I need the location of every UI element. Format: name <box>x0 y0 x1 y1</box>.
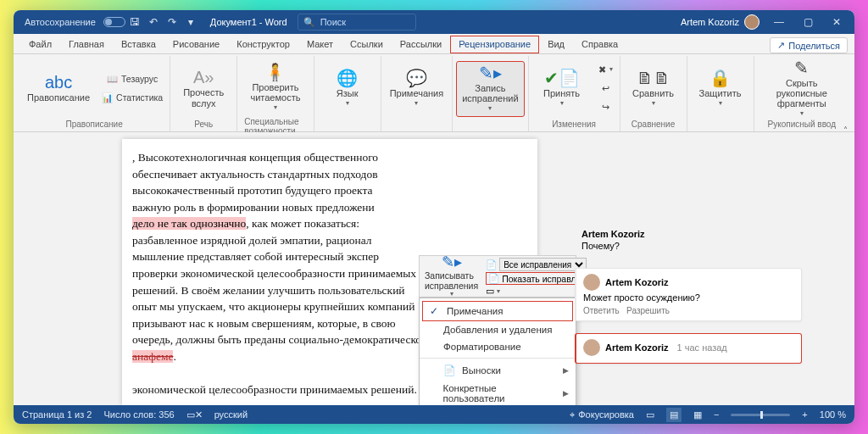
reply-button[interactable]: Ответить <box>583 306 620 315</box>
comment-2[interactable]: Artem Kozoriz Может просто осуждению? От… <box>575 268 802 321</box>
page-indicator[interactable]: Страница 1 из 2 <box>22 409 92 420</box>
resolve-button[interactable]: Разрешить <box>626 306 670 315</box>
show-markup-dropdown: Примечания Добавления и удаления Формати… <box>419 298 576 405</box>
language-indicator[interactable]: русский <box>214 409 248 420</box>
focus-mode-button[interactable]: ⌖ Фокусировка <box>570 409 634 420</box>
view-web-icon[interactable]: ▦ <box>693 409 702 420</box>
proofing-icon[interactable]: ▭✕ <box>186 409 203 420</box>
ribbon: abcПравописание 📖Тезаурус 📊Статистика Пр… <box>14 54 854 132</box>
share-label: Поделиться <box>788 41 840 51</box>
reject-icon: ✖ <box>598 65 606 75</box>
autosave-toggle[interactable]: Автосохранение <box>20 17 125 27</box>
zoom-in-button[interactable]: + <box>802 409 807 420</box>
tab-review[interactable]: Рецензирование <box>450 36 539 53</box>
comment-time: 1 час назад <box>677 342 727 353</box>
word-count[interactable]: Число слов: 356 <box>103 409 174 420</box>
toggle-off-icon[interactable] <box>103 17 125 27</box>
track-changes-icon: ✎▸ <box>479 64 502 81</box>
minimize-button[interactable]: — <box>765 10 793 34</box>
comment-text: Может просто осуждению? <box>583 292 794 303</box>
view-read-icon[interactable]: ▭ <box>646 409 654 420</box>
tab-view[interactable]: Вид <box>539 36 573 53</box>
tab-layout[interactable]: Макет <box>298 36 342 53</box>
comment-icon: 💬 <box>406 70 427 86</box>
check-accessibility-button[interactable]: 🧍Проверить читаемость▾ <box>241 59 310 115</box>
thesaurus-button[interactable]: 📖Тезаурус <box>98 71 166 88</box>
track-changes-button[interactable]: ✎▸Запись исправлений▾ <box>456 61 524 117</box>
group-accessibility: 🧍Проверить читаемость▾ Специальные возмо… <box>237 56 314 131</box>
menu-insertions[interactable]: Добавления и удаления <box>420 321 576 338</box>
compare-button[interactable]: 🗎🗎Сравнить▾ <box>624 61 683 117</box>
share-button[interactable]: ↗ Поделиться <box>770 37 848 53</box>
comments-pane: Artem Kozoriz Почему? Artem Kozoriz Може… <box>575 224 802 364</box>
share-icon: ↗ <box>777 40 785 51</box>
statusbar: Страница 1 из 2 Число слов: 356 ▭✕ русск… <box>14 405 854 424</box>
tab-draw[interactable]: Рисование <box>164 36 228 53</box>
globe-icon: 🌐 <box>337 70 358 86</box>
document-title: Документ1 - Word <box>200 17 298 27</box>
accessibility-icon: 🧍 <box>264 64 286 81</box>
tab-file[interactable]: Файл <box>20 36 60 53</box>
statistics-button[interactable]: 📊Статистика <box>98 90 166 107</box>
group-changes: ✔📄Принять▾ ✖▾ ↩ ↪ Изменения <box>529 56 620 131</box>
tab-home[interactable]: Главная <box>60 36 113 53</box>
group-tracking: ✎▸Запись исправлений▾ <box>453 56 528 131</box>
hide-ink-button[interactable]: ✎Скрыть рукописные фрагменты▾ <box>758 61 846 117</box>
comment-author: Artem Kozoriz <box>605 277 669 287</box>
qat-more-icon[interactable]: ▾ <box>181 16 200 28</box>
prev-change-button[interactable]: ↩ <box>595 81 616 97</box>
menu-formatting[interactable]: Форматирование <box>420 338 576 355</box>
search-input[interactable]: 🔍 Поиск <box>298 14 416 31</box>
view-print-icon[interactable]: ▤ <box>666 408 682 422</box>
zoom-out-button[interactable]: − <box>714 409 719 420</box>
search-icon: 🔍 <box>303 17 315 28</box>
group-compare: 🗎🗎Сравнить▾ Сравнение <box>620 56 687 131</box>
zoom-slider[interactable] <box>731 414 790 416</box>
protect-button[interactable]: 🔒Защитить▾ <box>691 61 750 117</box>
tab-design[interactable]: Конструктор <box>228 36 298 53</box>
menu-specific-people[interactable]: Конкретные пользователи▶ <box>420 380 576 405</box>
next-icon: ↪ <box>602 103 609 113</box>
close-button[interactable]: ✕ <box>822 10 851 34</box>
comment-author: Artem Kozoriz <box>581 229 645 239</box>
undo-icon[interactable]: ↶ <box>144 16 163 28</box>
comment-3[interactable]: Artem Kozoriz1 час назад <box>575 333 802 364</box>
read-aloud-button[interactable]: A»Прочесть вслух <box>174 61 233 117</box>
avatar-icon <box>583 274 600 291</box>
tab-mailings[interactable]: Рассылки <box>392 36 450 53</box>
tab-insert[interactable]: Вставка <box>113 36 164 53</box>
comment-1[interactable]: Artem Kozoriz Почему? <box>575 224 802 256</box>
language-button[interactable]: 🌐Язык▾ <box>318 61 377 117</box>
group-proofing: abcПравописание 📖Тезаурус 📊Статистика Пр… <box>19 56 170 131</box>
track-changes-mini-button[interactable]: ✎▸ Записывать исправления▾ <box>420 256 483 297</box>
word-window: Автосохранение 🖫 ↶ ↷ ▾ Документ1 - Word … <box>14 10 854 424</box>
group-ink: ✎Скрыть рукописные фрагменты▾ Рукописный… <box>754 56 849 131</box>
document-area: , Высокотехнологичная концепция обществе… <box>14 132 854 405</box>
menu-balloons[interactable]: 📄Выноски▶ <box>420 361 576 380</box>
prev-icon: ↩ <box>602 84 609 94</box>
ribbon-tabs: Файл Главная Вставка Рисование Конструкт… <box>14 34 854 54</box>
save-icon[interactable]: 🖫 <box>125 16 144 28</box>
lock-icon: 🔒 <box>709 70 731 86</box>
zoom-value[interactable]: 100 % <box>820 409 846 420</box>
redo-icon[interactable]: ↷ <box>163 16 181 28</box>
menu-comments[interactable]: Примечания <box>422 301 573 321</box>
accept-icon: ✔📄 <box>544 70 580 86</box>
maximize-button[interactable]: ▢ <box>793 10 822 34</box>
accept-button[interactable]: ✔📄Принять▾ <box>532 61 592 117</box>
spelling-button[interactable]: abcПравописание <box>22 61 95 117</box>
highlighted-text-2: анафеме <box>132 350 173 363</box>
compare-icon: 🗎🗎 <box>637 70 670 86</box>
user-avatar[interactable] <box>744 14 760 30</box>
comment-author: Artem Kozoriz <box>605 342 669 353</box>
search-placeholder: Поиск <box>320 17 346 27</box>
reject-button[interactable]: ✖▾ <box>595 62 616 79</box>
user-name: Artem Kozoriz <box>681 17 739 27</box>
next-change-button[interactable]: ↪ <box>595 99 616 116</box>
comments-button[interactable]: 💬Примечания▾ <box>385 61 449 117</box>
stats-icon: 📊 <box>102 93 113 103</box>
autosave-label: Автосохранение <box>20 17 100 27</box>
tab-references[interactable]: Ссылки <box>342 36 392 53</box>
tracking-minibar: ✎▸ Записывать исправления▾ 📄Все исправле… <box>419 255 576 298</box>
tab-help[interactable]: Справка <box>573 36 626 53</box>
